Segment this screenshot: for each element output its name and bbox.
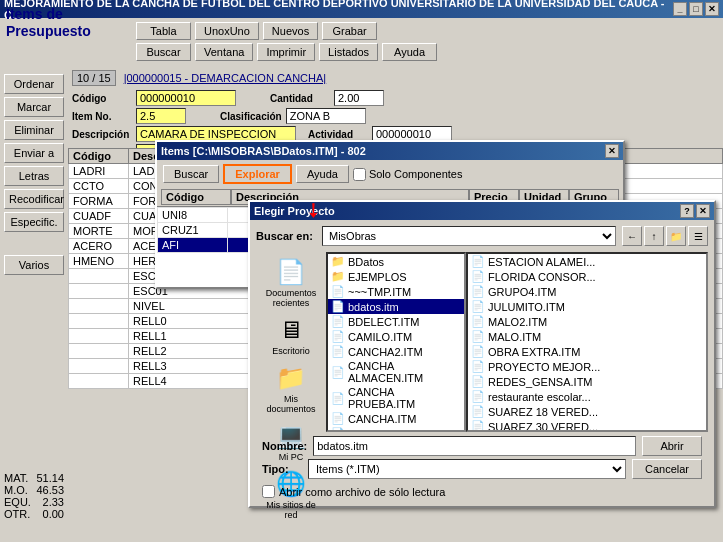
varios-button[interactable]: Varios bbox=[4, 255, 64, 275]
clasificacion-input[interactable] bbox=[286, 108, 366, 124]
col-codigo: Código bbox=[161, 189, 231, 205]
nav-back-button[interactable]: ← bbox=[622, 226, 642, 246]
list-item[interactable]: 📄GRUPO4.ITM bbox=[468, 284, 706, 299]
escritorio-icon[interactable]: 🖥 Escritorio bbox=[260, 314, 322, 358]
nombre-input[interactable] bbox=[313, 436, 636, 456]
browser-main: 📄 Documentos recientes 🖥 Escritorio 📁 Mi… bbox=[256, 252, 708, 432]
list-item[interactable]: 📄SUAREZ 18 VERED... bbox=[468, 404, 706, 419]
readonly-checkbox-row: Abrir como archivo de sólo lectura bbox=[256, 483, 708, 500]
list-item[interactable]: 📄CANCHA PRUEBA.ITM bbox=[328, 385, 464, 411]
item-no-input[interactable] bbox=[136, 108, 186, 124]
nav-up-button[interactable]: ↑ bbox=[644, 226, 664, 246]
nombre-label: Nombre: bbox=[262, 440, 307, 452]
list-item[interactable]: 📄REDES_GENSA.ITM bbox=[468, 374, 706, 389]
toolbar-row1: Tabla UnoxUno Nuevos Grabar bbox=[136, 22, 717, 40]
buscar-en-row: Buscar en: MisObras ← ↑ 📁 ☰ bbox=[256, 226, 708, 246]
col-header-codigo: Código bbox=[69, 149, 129, 164]
actividad-label: Actividad bbox=[308, 129, 368, 140]
tipo-label: Tipo: bbox=[262, 463, 302, 475]
list-item[interactable]: 📄MALO2.ITM bbox=[468, 314, 706, 329]
list-item[interactable]: 📄~~~TMP.ITM bbox=[328, 284, 464, 299]
list-item[interactable]: 📄SUAREZ 30 VERED... bbox=[468, 419, 706, 432]
tipo-select[interactable]: Items (*.ITM) bbox=[308, 459, 626, 479]
list-item[interactable]: 📄PROYECTO MEJOR... bbox=[468, 359, 706, 374]
clasificacion-label: Clasificación bbox=[220, 111, 282, 122]
title-bar-buttons: _ □ ✕ bbox=[673, 2, 719, 16]
mis-sitios-label: Mis sitios de red bbox=[262, 500, 320, 520]
eliminar-button[interactable]: Eliminar bbox=[4, 120, 64, 140]
list-item[interactable]: 📄CAMILO.ITM bbox=[328, 329, 464, 344]
dialog-explorar-button[interactable]: Explorar bbox=[223, 164, 292, 184]
otr-label: OTR. bbox=[4, 508, 30, 520]
items-title: Items dePresupuesto bbox=[6, 6, 91, 40]
buscar-button[interactable]: Buscar bbox=[136, 43, 191, 61]
list-item[interactable]: 📄OBRA EXTRA.ITM bbox=[468, 344, 706, 359]
list-item[interactable]: 📄BDELECT.ITM bbox=[328, 314, 464, 329]
list-item[interactable]: 📄ESTACION ALAMEI... bbox=[468, 254, 706, 269]
list-item[interactable]: 📄FLORIDA CONSOR... bbox=[468, 269, 706, 284]
nav-new-folder-button[interactable]: 📁 bbox=[666, 226, 686, 246]
equ-label: EQU. bbox=[4, 496, 31, 508]
dialog-project-close[interactable]: ✕ bbox=[696, 204, 710, 218]
ventana-button[interactable]: Ventana bbox=[195, 43, 253, 61]
ayuda-button[interactable]: Ayuda bbox=[382, 43, 437, 61]
abrir-button[interactable]: Abrir bbox=[642, 436, 702, 456]
left-sidebar: Ordenar Marcar Eliminar Enviar a Letras … bbox=[0, 70, 68, 279]
letras-button[interactable]: Letras bbox=[4, 166, 64, 186]
dialog-items-close[interactable]: ✕ bbox=[605, 144, 619, 158]
mis-documentos-icon[interactable]: 📁 Mis documentos bbox=[260, 362, 322, 416]
cancelar-button[interactable]: Cancelar bbox=[632, 459, 702, 479]
browser-nav-btns: ← ↑ 📁 ☰ bbox=[622, 226, 708, 246]
left-file-list: 📁BDatos 📁EJEMPLOS 📄~~~TMP.ITM 📄bdatos.it… bbox=[326, 252, 466, 432]
nav-view-button[interactable]: ☰ bbox=[688, 226, 708, 246]
minimize-button[interactable]: _ bbox=[673, 2, 687, 16]
tipo-row: Tipo: Items (*.ITM) Cancelar bbox=[262, 459, 702, 479]
list-item[interactable]: 📁EJEMPLOS bbox=[328, 269, 464, 284]
list-item[interactable]: 📄CANCHA2.ITM bbox=[328, 344, 464, 359]
ordenar-button[interactable]: Ordenar bbox=[4, 74, 64, 94]
dialog-buscar-button[interactable]: Buscar bbox=[163, 165, 219, 183]
close-button[interactable]: ✕ bbox=[705, 2, 719, 16]
nav-id: |000000015 - DEMARCACION CANCHA| bbox=[124, 72, 327, 84]
nuevos-button[interactable]: Nuevos bbox=[263, 22, 318, 40]
list-item[interactable]: 📄CRONOGRAMA.ITM bbox=[328, 426, 464, 432]
list-item[interactable]: 📄JULUMITO.ITM bbox=[468, 299, 706, 314]
especific-button[interactable]: Especific. bbox=[4, 212, 64, 232]
solo-componentes-checkbox[interactable]: Solo Componentes bbox=[353, 168, 463, 181]
maximize-button[interactable]: □ bbox=[689, 2, 703, 16]
list-item[interactable]: 📄restaurante escolar... bbox=[468, 389, 706, 404]
list-item-selected[interactable]: 📄bdatos.itm bbox=[328, 299, 464, 314]
item-no-label: Item No. bbox=[72, 111, 132, 122]
escritorio-folder-icon: 🖥 bbox=[279, 316, 303, 344]
nav-position: 10 / 15 bbox=[72, 70, 116, 86]
grabar-button[interactable]: Grabar bbox=[322, 22, 377, 40]
mat-label: MAT. bbox=[4, 472, 28, 484]
dialog-items-title: Items [C:\MISOBRAS\BDatos.ITM] - 802 bbox=[161, 145, 366, 157]
codigo-input[interactable] bbox=[136, 90, 236, 106]
equ-value: 2.33 bbox=[43, 496, 64, 508]
list-item[interactable]: 📄MALO.ITM bbox=[468, 329, 706, 344]
descripcion-label: Descripción bbox=[72, 129, 132, 140]
list-item[interactable]: 📁BDatos bbox=[328, 254, 464, 269]
listados-button[interactable]: Listados bbox=[319, 43, 378, 61]
list-item[interactable]: 📄CANCHA.ITM bbox=[328, 411, 464, 426]
buscar-en-select[interactable]: MisObras bbox=[322, 226, 616, 246]
otr-value: 0.00 bbox=[43, 508, 64, 520]
buscar-en-label: Buscar en: bbox=[256, 230, 316, 242]
readonly-checkbox[interactable] bbox=[262, 485, 275, 498]
enviar-a-button[interactable]: Enviar a bbox=[4, 143, 64, 163]
solo-componentes-input[interactable] bbox=[353, 168, 366, 181]
list-item[interactable]: 📄CANCHA ALMACEN.ITM bbox=[328, 359, 464, 385]
dialog-ayuda-button[interactable]: Ayuda bbox=[296, 165, 349, 183]
nombre-row: Nombre: Abrir bbox=[262, 436, 702, 456]
imprimir-button[interactable]: Imprimir bbox=[257, 43, 315, 61]
marcar-button[interactable]: Marcar bbox=[4, 97, 64, 117]
docs-recientes-icon[interactable]: 📄 Documentos recientes bbox=[260, 256, 322, 310]
cantidad-input[interactable] bbox=[334, 90, 384, 106]
codigo-label: Código bbox=[72, 93, 132, 104]
recodificar-button[interactable]: Recodificar bbox=[4, 189, 64, 209]
unoxuno-button[interactable]: UnoxUno bbox=[195, 22, 259, 40]
mo-value: 46.53 bbox=[36, 484, 64, 496]
dialog-project-help[interactable]: ? bbox=[680, 204, 694, 218]
tabla-button[interactable]: Tabla bbox=[136, 22, 191, 40]
